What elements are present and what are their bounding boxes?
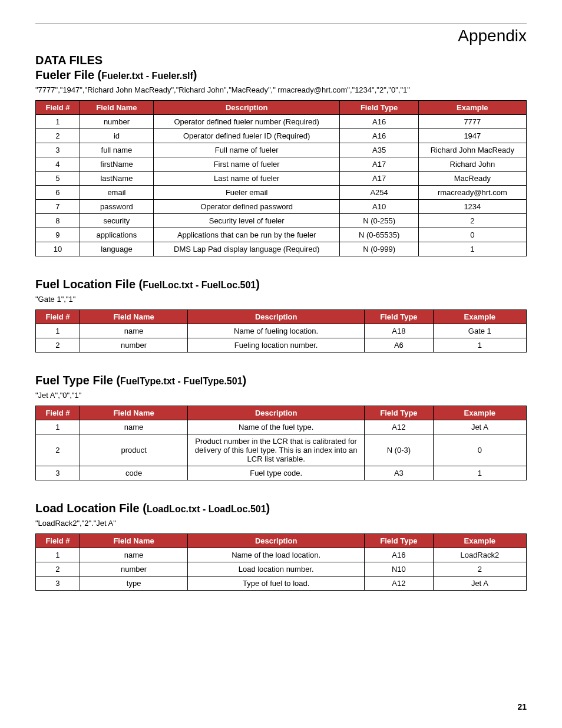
cell: 0 bbox=[433, 434, 526, 466]
col-header: Field Type bbox=[365, 310, 434, 324]
table-row: 8securitySecurity level of fuelerN (0-25… bbox=[36, 214, 527, 228]
col-header: Example bbox=[418, 101, 526, 115]
section-block: Load Location File (LoadLoc.txt - LoadLo… bbox=[35, 502, 527, 591]
section-heading: Load Location File (LoadLoc.txt - LoadLo… bbox=[35, 502, 527, 515]
cell: name bbox=[80, 420, 187, 434]
table-header-row: Field #Field NameDescriptionField TypeEx… bbox=[36, 406, 527, 420]
page: Appendix DATA FILES Fueler File (Fueler.… bbox=[0, 0, 562, 728]
section-title-close: ) bbox=[266, 502, 270, 515]
cell: N (0-3) bbox=[365, 434, 434, 466]
table-row: 3full nameFull name of fuelerA35Richard … bbox=[36, 143, 527, 157]
col-header: Example bbox=[433, 310, 526, 324]
section-heading: Fuel Type File (FuelType.txt - FuelType.… bbox=[35, 374, 527, 387]
col-header: Description bbox=[153, 101, 340, 115]
cell: Richard John bbox=[418, 157, 526, 172]
cell: 1234 bbox=[418, 200, 526, 214]
table-row: 5lastNameLast name of fuelerA17MacReady bbox=[36, 172, 527, 186]
cell: N10 bbox=[365, 562, 434, 577]
cell: 10 bbox=[36, 242, 80, 256]
cell: name bbox=[80, 548, 187, 562]
cell: A16 bbox=[340, 129, 418, 143]
cell: A18 bbox=[365, 324, 434, 338]
cell: id bbox=[80, 129, 153, 143]
section-title-main: Fuel Location File ( bbox=[35, 278, 143, 291]
table-row: 1nameName of fueling location.A18Gate 1 bbox=[36, 324, 527, 338]
table-row: 3codeFuel type code.A31 bbox=[36, 466, 527, 480]
cell: product bbox=[80, 434, 187, 466]
cell: type bbox=[80, 577, 187, 591]
cell: 5 bbox=[36, 172, 80, 186]
cell: A35 bbox=[340, 143, 418, 157]
cell: MacReady bbox=[418, 172, 526, 186]
cell: email bbox=[80, 186, 153, 200]
table-header-row: Field #Field NameDescriptionField TypeEx… bbox=[36, 310, 527, 324]
col-header: Example bbox=[433, 534, 526, 548]
col-header: Description bbox=[188, 406, 365, 420]
cell: Fueler email bbox=[153, 186, 340, 200]
cell: 1947 bbox=[418, 129, 526, 143]
section-title-sub: FuelType.txt - FuelType.501 bbox=[120, 376, 242, 386]
cell: LoadRack2 bbox=[433, 548, 526, 562]
example-line: "LoadRack2","2"."Jet A" bbox=[35, 519, 527, 528]
cell: security bbox=[80, 214, 153, 228]
page-number: 21 bbox=[517, 702, 527, 711]
cell: number bbox=[80, 562, 187, 577]
cell: name bbox=[80, 324, 187, 338]
cell: 1 bbox=[36, 115, 80, 129]
cell: 1 bbox=[36, 324, 80, 338]
cell: lastName bbox=[80, 172, 153, 186]
col-header: Field # bbox=[36, 406, 80, 420]
section-title-sub: FuelLoc.txt - FuelLoc.501 bbox=[143, 280, 256, 290]
cell: 0 bbox=[418, 228, 526, 242]
section-title-close: ) bbox=[193, 68, 197, 81]
col-header: Field Name bbox=[80, 310, 187, 324]
table-row: 2productProduct number in the LCR that i… bbox=[36, 434, 527, 466]
cell: rmacready@hrt.com bbox=[418, 186, 526, 200]
cell: A3 bbox=[365, 466, 434, 480]
cell: password bbox=[80, 200, 153, 214]
cell: 3 bbox=[36, 143, 80, 157]
section-heading: Fueler File (Fueler.txt - Fueler.slf) bbox=[35, 68, 527, 82]
cell: Operator defined fueler number (Required… bbox=[153, 115, 340, 129]
col-header: Field # bbox=[36, 310, 80, 324]
cell: language bbox=[80, 242, 153, 256]
section-block: Fuel Location File (FuelLoc.txt - FuelLo… bbox=[35, 278, 527, 353]
cell: Load location number. bbox=[188, 562, 365, 577]
table-row: 2idOperator defined fueler ID (Required)… bbox=[36, 129, 527, 143]
cell: A12 bbox=[365, 420, 434, 434]
col-header: Field # bbox=[36, 534, 80, 548]
cell: A17 bbox=[340, 172, 418, 186]
cell: N (0-999) bbox=[340, 242, 418, 256]
section-title-main: Fueler File ( bbox=[35, 68, 101, 81]
cell: 6 bbox=[36, 186, 80, 200]
cell: Applications that can be run by the fuel… bbox=[153, 228, 340, 242]
cell: Fueling location number. bbox=[188, 338, 365, 353]
example-line: "Gate 1","1" bbox=[35, 295, 527, 304]
cell: Name of the load location. bbox=[188, 548, 365, 562]
cell: number bbox=[80, 115, 153, 129]
table-row: 1nameName of the fuel type.A12Jet A bbox=[36, 420, 527, 434]
cell: Name of the fuel type. bbox=[188, 420, 365, 434]
spec-table: Field #Field NameDescriptionField TypeEx… bbox=[35, 309, 527, 353]
cell: Last name of fueler bbox=[153, 172, 340, 186]
spec-table: Field #Field NameDescriptionField TypeEx… bbox=[35, 533, 527, 591]
cell: full name bbox=[80, 143, 153, 157]
table-header-row: Field #Field NameDescriptionField TypeEx… bbox=[36, 101, 527, 115]
cell: 1 bbox=[418, 242, 526, 256]
cell: DMS Lap Pad display language (Required) bbox=[153, 242, 340, 256]
cell: 8 bbox=[36, 214, 80, 228]
cell: 2 bbox=[36, 338, 80, 353]
cell: Richard John MacReady bbox=[418, 143, 526, 157]
section-title-close: ) bbox=[256, 278, 260, 291]
section-title-sub: LoadLoc.txt - LoadLoc.501 bbox=[147, 504, 266, 514]
cell: Jet A bbox=[433, 577, 526, 591]
table-row: 7passwordOperator defined passwordA10123… bbox=[36, 200, 527, 214]
cell: Jet A bbox=[433, 420, 526, 434]
cell: 3 bbox=[36, 577, 80, 591]
cell: A16 bbox=[365, 548, 434, 562]
cell: A16 bbox=[340, 115, 418, 129]
cell: 4 bbox=[36, 157, 80, 172]
cell: N (0-65535) bbox=[340, 228, 418, 242]
cell: number bbox=[80, 338, 187, 353]
cell: Full name of fueler bbox=[153, 143, 340, 157]
